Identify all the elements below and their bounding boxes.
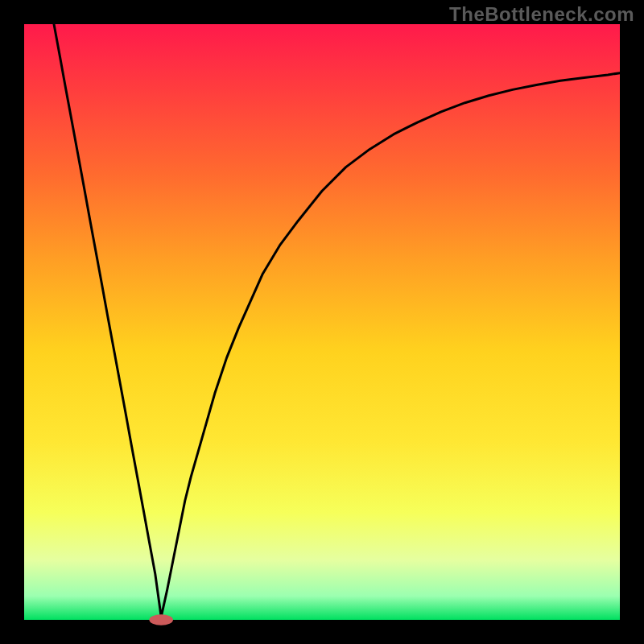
bottleneck-chart: [0, 0, 644, 644]
chart-frame: TheBottleneck.com: [0, 0, 644, 644]
watermark-text: TheBottleneck.com: [449, 3, 634, 26]
plot-background: [24, 24, 620, 620]
minimum-marker: [149, 614, 173, 625]
